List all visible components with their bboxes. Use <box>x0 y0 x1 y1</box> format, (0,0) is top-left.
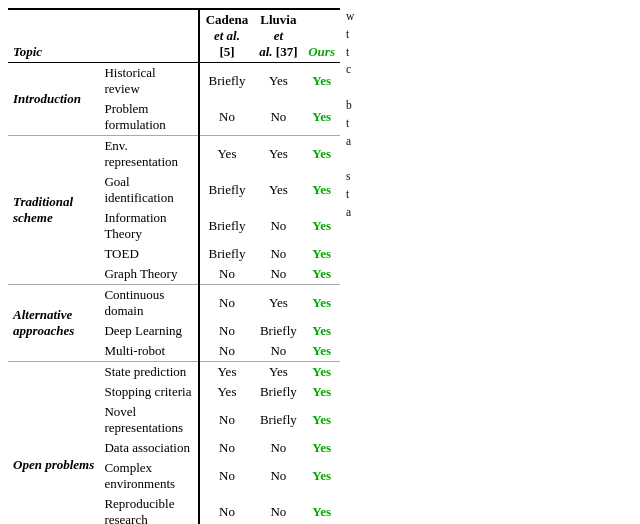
topic-header: Topic <box>8 9 199 63</box>
subtopic-cell: TOED <box>99 244 199 264</box>
table-cell: Yes <box>303 136 340 173</box>
subtopic-cell: Data association <box>99 438 199 458</box>
comparison-table: Topic Cadenaet al. [5] Lluvia etal. [37]… <box>8 8 340 524</box>
table-cell: Yes <box>303 458 340 494</box>
group-cell: Alternative approaches <box>8 285 99 362</box>
table-cell: No <box>199 438 253 458</box>
subtopic-cell: Multi-robot <box>99 341 199 362</box>
subtopic-cell: Deep Learning <box>99 321 199 341</box>
table-cell: Yes <box>303 264 340 285</box>
table-cell: No <box>254 264 304 285</box>
subtopic-cell: State prediction <box>99 362 199 383</box>
table-cell: Yes <box>254 136 304 173</box>
cadena-header: Cadenaet al. [5] <box>199 9 253 63</box>
table-cell: No <box>199 341 253 362</box>
table-cell: Briefly <box>199 208 253 244</box>
subtopic-cell: Graph Theory <box>99 264 199 285</box>
table-cell: Briefly <box>254 402 304 438</box>
table-cell: Yes <box>199 136 253 173</box>
table-cell: No <box>254 458 304 494</box>
table-cell: Yes <box>199 382 253 402</box>
side-text-column: wttc bta sta <box>340 0 640 524</box>
table-cell: Briefly <box>199 244 253 264</box>
table-cell: Briefly <box>254 382 304 402</box>
table-cell: Yes <box>254 362 304 383</box>
table-row: Alternative approachesContinuous domainN… <box>8 285 340 322</box>
side-paragraph-2: bta <box>346 97 632 150</box>
table-cell: No <box>254 438 304 458</box>
subtopic-cell: Problem formulation <box>99 99 199 136</box>
table-cell: Yes <box>303 285 340 322</box>
table-cell: No <box>199 285 253 322</box>
table-cell: Briefly <box>254 321 304 341</box>
table-cell: Yes <box>303 438 340 458</box>
group-cell: Open problems <box>8 362 99 525</box>
table-cell: Yes <box>254 285 304 322</box>
table-cell: Briefly <box>199 172 253 208</box>
table-cell: No <box>254 99 304 136</box>
table-cell: Yes <box>303 494 340 524</box>
ours-header: Ours <box>303 9 340 63</box>
subtopic-cell: Stopping criteria <box>99 382 199 402</box>
table-cell: No <box>199 402 253 438</box>
table-cell: Yes <box>199 362 253 383</box>
subtopic-cell: Complex environments <box>99 458 199 494</box>
table-cell: Yes <box>303 321 340 341</box>
table-cell: Yes <box>303 172 340 208</box>
table-cell: Yes <box>303 382 340 402</box>
table-row: IntroductionHistorical reviewBrieflyYesY… <box>8 63 340 100</box>
table-cell: Yes <box>254 63 304 100</box>
side-paragraph-1: wttc <box>346 8 632 79</box>
subtopic-cell: Goal identification <box>99 172 199 208</box>
table-cell: No <box>254 208 304 244</box>
table-cell: Briefly <box>199 63 253 100</box>
subtopic-cell: Information Theory <box>99 208 199 244</box>
group-cell: Traditional scheme <box>8 136 99 285</box>
subtopic-cell: Historical review <box>99 63 199 100</box>
table-cell: No <box>199 321 253 341</box>
lluvia-header: Lluvia etal. [37] <box>254 9 304 63</box>
table-row: Traditional schemeEnv. representationYes… <box>8 136 340 173</box>
table-cell: Yes <box>303 99 340 136</box>
subtopic-cell: Env. representation <box>99 136 199 173</box>
table-cell: No <box>254 244 304 264</box>
table-cell: No <box>199 264 253 285</box>
table-cell: Yes <box>303 244 340 264</box>
table-cell: No <box>254 494 304 524</box>
table-cell: Yes <box>303 362 340 383</box>
table-cell: Yes <box>303 402 340 438</box>
side-paragraph-3: sta <box>346 168 632 221</box>
table-cell: Yes <box>254 172 304 208</box>
table-cell: No <box>199 494 253 524</box>
table-cell: Yes <box>303 208 340 244</box>
group-cell: Introduction <box>8 63 99 136</box>
subtopic-cell: Reproducible research <box>99 494 199 524</box>
table-cell: Yes <box>303 341 340 362</box>
table-cell: Yes <box>303 63 340 100</box>
table-row: Open problemsState predictionYesYesYes <box>8 362 340 383</box>
table-cell: No <box>199 99 253 136</box>
table-cell: No <box>199 458 253 494</box>
table-section: Topic Cadenaet al. [5] Lluvia etal. [37]… <box>0 0 340 524</box>
subtopic-cell: Novel representations <box>99 402 199 438</box>
subtopic-cell: Continuous domain <box>99 285 199 322</box>
table-cell: No <box>254 341 304 362</box>
